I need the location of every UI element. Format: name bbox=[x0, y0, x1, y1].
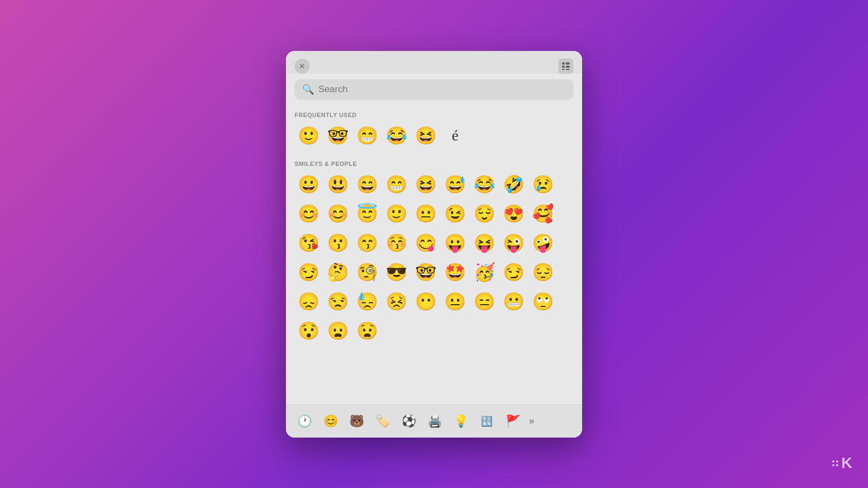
emoji-item[interactable]: 😅 bbox=[441, 170, 469, 198]
emoji-item[interactable]: 😜 bbox=[500, 229, 528, 257]
emoji-item[interactable]: 😂 bbox=[382, 121, 411, 150]
emoji-item[interactable]: 😞 bbox=[295, 287, 323, 316]
footer-tab-smileys[interactable]: 😊 bbox=[318, 409, 342, 433]
emoji-item[interactable]: 😐 bbox=[412, 200, 440, 228]
footer-tab-recent[interactable]: 🕐 bbox=[292, 409, 316, 433]
emoji-item[interactable]: 😶 bbox=[412, 287, 440, 316]
emoji-item[interactable]: 😍 bbox=[500, 200, 528, 228]
emoji-item[interactable]: 😊 bbox=[295, 200, 323, 228]
emoji-item[interactable]: 😧 bbox=[353, 317, 381, 345]
emoji-item[interactable]: 😒 bbox=[324, 287, 352, 316]
emoji-item[interactable]: 🥳 bbox=[470, 258, 499, 286]
emoji-item[interactable]: 😏 bbox=[295, 258, 323, 286]
emoji-item[interactable]: 🧐 bbox=[353, 258, 381, 286]
emoji-item[interactable]: 😑 bbox=[470, 287, 499, 316]
emoji-item[interactable]: 😆 bbox=[412, 170, 440, 198]
emoji-item[interactable]: 😯 bbox=[295, 317, 323, 345]
emoji-item[interactable]: 😦 bbox=[324, 317, 352, 345]
emoji-item[interactable]: 😀 bbox=[295, 170, 323, 198]
emoji-item[interactable]: 🤓 bbox=[324, 121, 352, 150]
close-button[interactable]: ✕ bbox=[295, 59, 310, 74]
emoji-item[interactable]: 😁 bbox=[382, 170, 411, 198]
frequently-used-grid: 🙂 🤓 😁 😂 😆 é bbox=[295, 121, 573, 155]
emoji-item[interactable]: 😙 bbox=[353, 229, 381, 257]
picker-header: ✕ bbox=[286, 51, 582, 74]
emoji-item[interactable]: 😓 bbox=[353, 287, 381, 316]
emoji-item[interactable]: 😝 bbox=[470, 229, 499, 257]
svg-rect-3 bbox=[566, 66, 570, 68]
svg-rect-4 bbox=[562, 69, 565, 70]
section-label-smileys: SMILEYS & PEOPLE bbox=[295, 155, 573, 170]
logo-dot bbox=[832, 460, 834, 463]
picker-body: FREQUENTLY USED 🙂 🤓 😁 😂 😆 é SMILEYS & PE… bbox=[286, 106, 582, 404]
emoji-item[interactable]: 😃 bbox=[324, 170, 352, 198]
svg-rect-0 bbox=[562, 62, 565, 65]
emoji-picker: ✕ 🔍 FREQUENTLY USED 🙂 🤓 😁 😂 😆 é bbox=[286, 51, 582, 438]
smileys-grid: 😀 😃 😄 😁 😆 😅 😂 🤣 😢 😊 😊 😇 🙂 😐 😉 😌 😍 🥰 😘 😗 … bbox=[295, 170, 573, 350]
emoji-item[interactable]: 😘 bbox=[295, 229, 323, 257]
emoji-item[interactable]: 😌 bbox=[470, 200, 499, 228]
picker-footer: 🕐 😊 🐻 🏷️ ⚽ 🖨️ 💡 🔣 🚩 » bbox=[286, 404, 582, 438]
emoji-item[interactable]: 🤩 bbox=[441, 258, 469, 286]
logo-text: K bbox=[841, 454, 852, 472]
footer-tab-travel[interactable]: 🖨️ bbox=[423, 409, 446, 433]
section-label-frequently-used: FREQUENTLY USED bbox=[295, 106, 573, 121]
knowtechie-logo: K bbox=[832, 454, 852, 472]
emoji-item[interactable]: 🥰 bbox=[529, 200, 557, 228]
emoji-item[interactable]: 😢 bbox=[529, 170, 557, 198]
emoji-item[interactable]: 😋 bbox=[412, 229, 440, 257]
footer-tab-activities[interactable]: ⚽ bbox=[397, 409, 420, 433]
emoji-item[interactable]: 😐 bbox=[441, 287, 469, 316]
emoji-item-special[interactable]: é bbox=[441, 121, 469, 150]
footer-tab-animals[interactable]: 🐻 bbox=[344, 409, 368, 433]
emoji-item[interactable]: 🤓 bbox=[412, 258, 440, 286]
emoji-item[interactable]: 🤪 bbox=[529, 229, 557, 257]
emoji-item[interactable]: 😉 bbox=[441, 200, 469, 228]
emoji-item[interactable]: 🙄 bbox=[529, 287, 557, 316]
emoji-item[interactable]: 😂 bbox=[470, 170, 499, 198]
emoji-item[interactable]: 🤔 bbox=[324, 258, 352, 286]
svg-rect-1 bbox=[566, 62, 570, 65]
search-icon: 🔍 bbox=[302, 84, 314, 95]
emoji-item[interactable]: 😆 bbox=[412, 121, 440, 150]
footer-tab-objects[interactable]: 🏷️ bbox=[371, 409, 394, 433]
logo-dots bbox=[832, 460, 838, 466]
emoji-item[interactable]: 😣 bbox=[382, 287, 411, 316]
emoji-item[interactable]: 🙂 bbox=[295, 121, 323, 150]
emoji-item[interactable]: 😗 bbox=[324, 229, 352, 257]
search-input[interactable] bbox=[318, 84, 566, 95]
emoji-item[interactable]: 😏 bbox=[500, 258, 528, 286]
emoji-item[interactable]: 🙂 bbox=[382, 200, 411, 228]
logo-dot bbox=[836, 460, 838, 463]
emoji-item[interactable]: 😛 bbox=[441, 229, 469, 257]
emoji-item[interactable]: 🤣 bbox=[500, 170, 528, 198]
logo-dot bbox=[832, 464, 834, 466]
emoji-item[interactable]: 😔 bbox=[529, 258, 557, 286]
emoji-item[interactable]: 😄 bbox=[353, 170, 381, 198]
emoji-item[interactable]: 😎 bbox=[382, 258, 411, 286]
footer-tab-text[interactable]: 🔣 bbox=[475, 409, 499, 433]
emoji-item[interactable]: 😬 bbox=[500, 287, 528, 316]
svg-rect-5 bbox=[566, 69, 570, 70]
footer-more-button[interactable]: » bbox=[527, 415, 537, 427]
search-bar: 🔍 bbox=[295, 79, 573, 100]
emoji-item[interactable]: 😁 bbox=[353, 121, 381, 150]
footer-tab-symbols[interactable]: 💡 bbox=[449, 409, 473, 433]
svg-rect-2 bbox=[562, 66, 565, 68]
emoji-item[interactable]: 😊 bbox=[324, 200, 352, 228]
emoji-item[interactable]: 😇 bbox=[353, 200, 381, 228]
grid-button[interactable] bbox=[558, 59, 573, 74]
logo-dot bbox=[836, 464, 838, 466]
footer-tab-flags[interactable]: 🚩 bbox=[501, 409, 525, 433]
emoji-item[interactable]: 😚 bbox=[382, 229, 411, 257]
